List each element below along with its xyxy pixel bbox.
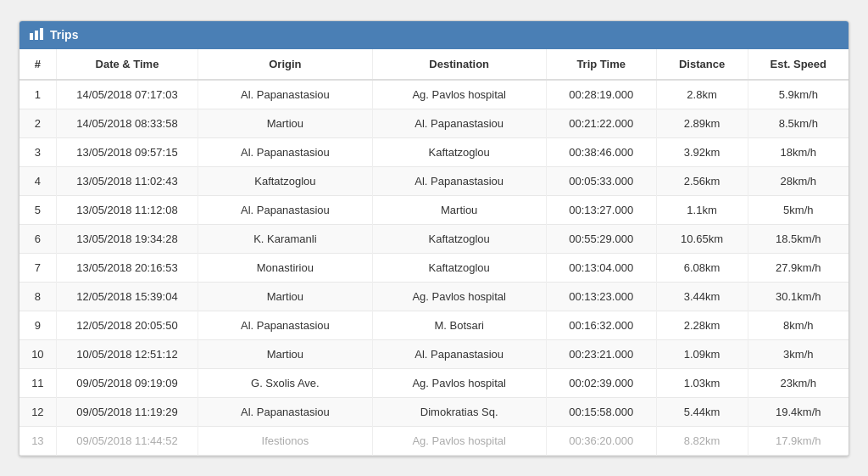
- cell-destination: Martiou: [372, 195, 546, 224]
- table-row: 313/05/2018 09:57:15Al. PapanastasiouKaf…: [19, 137, 849, 166]
- cell-distance: 3.44km: [656, 282, 748, 311]
- cell-origin: G. Sxolis Ave.: [198, 368, 372, 397]
- cell-distance: 2.89km: [656, 109, 748, 137]
- table-row: 1109/05/2018 09:19:09G. Sxolis Ave.Ag. P…: [19, 368, 849, 397]
- cell-distance: 10.65km: [656, 224, 748, 253]
- table-row: 713/05/2018 20:16:53MonastiriouKaftatzog…: [19, 253, 849, 282]
- cell-origin: Ifestionos: [198, 426, 372, 455]
- cell-destination: Ag. Pavlos hospital: [372, 368, 546, 397]
- cell-distance: 3.92km: [656, 137, 748, 166]
- cell-estspeed: 8.5km/h: [748, 109, 849, 137]
- cell-triptime: 00:28:19.000: [546, 80, 656, 109]
- cell-origin: Al. Papanastasiou: [198, 195, 372, 224]
- trips-table: # Date & Time Origin Destination Trip Ti…: [19, 49, 849, 456]
- cell-distance: 1.03km: [656, 368, 748, 397]
- svg-rect-2: [40, 28, 43, 40]
- cell-num: 6: [19, 224, 56, 253]
- table-container[interactable]: # Date & Time Origin Destination Trip Ti…: [19, 49, 849, 456]
- cell-num: 9: [19, 311, 56, 339]
- cell-distance: 1.1km: [656, 195, 748, 224]
- svg-rect-0: [30, 33, 33, 40]
- cell-num: 1: [19, 80, 56, 109]
- cell-num: 7: [19, 253, 56, 282]
- cell-destination: Kaftatzoglou: [372, 137, 546, 166]
- chart-bar-icon: [30, 28, 43, 42]
- table-row: 613/05/2018 19:34:28K. KaramanliKaftatzo…: [19, 224, 849, 253]
- cell-datetime: 14/05/2018 07:17:03: [56, 80, 198, 109]
- cell-destination: Al. Papanastasiou: [372, 109, 546, 137]
- cell-origin: Martiou: [198, 339, 372, 368]
- cell-destination: Ag. Pavlos hospital: [372, 282, 546, 311]
- cell-triptime: 00:55:29.000: [546, 224, 656, 253]
- table-row: 1010/05/2018 12:51:12MartiouAl. Papanast…: [19, 339, 849, 368]
- cell-estspeed: 23km/h: [748, 368, 849, 397]
- table-row: 1309/05/2018 11:44:52IfestionosAg. Pavlo…: [19, 426, 849, 455]
- cell-origin: Al. Papanastasiou: [198, 397, 372, 426]
- cell-datetime: 09/05/2018 11:44:52: [56, 426, 198, 455]
- panel-header: Trips: [19, 21, 849, 49]
- cell-datetime: 13/05/2018 09:57:15: [56, 137, 198, 166]
- cell-origin: Al. Papanastasiou: [198, 137, 372, 166]
- cell-triptime: 00:02:39.000: [546, 368, 656, 397]
- cell-triptime: 00:38:46.000: [546, 137, 656, 166]
- cell-num: 2: [19, 109, 56, 137]
- cell-destination: M. Botsari: [372, 311, 546, 339]
- col-header-destination: Destination: [372, 49, 546, 80]
- table-row: 812/05/2018 15:39:04MartiouAg. Pavlos ho…: [19, 282, 849, 311]
- cell-destination: Ag. Pavlos hospital: [372, 426, 546, 455]
- cell-distance: 2.28km: [656, 311, 748, 339]
- cell-destination: Kaftatzoglou: [372, 224, 546, 253]
- cell-destination: Al. Papanastasiou: [372, 339, 546, 368]
- cell-num: 4: [19, 166, 56, 195]
- cell-distance: 1.09km: [656, 339, 748, 368]
- cell-triptime: 00:16:32.000: [546, 311, 656, 339]
- cell-destination: Al. Papanastasiou: [372, 166, 546, 195]
- cell-origin: Al. Papanastasiou: [198, 80, 372, 109]
- cell-distance: 6.08km: [656, 253, 748, 282]
- cell-datetime: 13/05/2018 19:34:28: [56, 224, 198, 253]
- table-row: 912/05/2018 20:05:50Al. PapanastasiouM. …: [19, 311, 849, 339]
- table-row: 1209/05/2018 11:19:29Al. PapanastasiouDi…: [19, 397, 849, 426]
- cell-num: 12: [19, 397, 56, 426]
- cell-origin: Kaftatzoglou: [198, 166, 372, 195]
- cell-estspeed: 8km/h: [748, 311, 849, 339]
- cell-num: 3: [19, 137, 56, 166]
- cell-datetime: 09/05/2018 11:19:29: [56, 397, 198, 426]
- cell-datetime: 12/05/2018 15:39:04: [56, 282, 198, 311]
- panel-title: Trips: [50, 28, 78, 42]
- cell-datetime: 12/05/2018 20:05:50: [56, 311, 198, 339]
- cell-datetime: 09/05/2018 09:19:09: [56, 368, 198, 397]
- cell-datetime: 14/05/2018 08:33:58: [56, 109, 198, 137]
- cell-origin: K. Karamanli: [198, 224, 372, 253]
- trips-panel: Trips # Date & Time Origin Destination T…: [19, 20, 849, 456]
- cell-estspeed: 17.9km/h: [748, 426, 849, 455]
- cell-triptime: 00:15:58.000: [546, 397, 656, 426]
- cell-distance: 2.8km: [656, 80, 748, 109]
- cell-triptime: 00:21:22.000: [546, 109, 656, 137]
- cell-triptime: 00:36:20.000: [546, 426, 656, 455]
- cell-estspeed: 3km/h: [748, 339, 849, 368]
- cell-estspeed: 19.4km/h: [748, 397, 849, 426]
- col-header-triptime: Trip Time: [546, 49, 656, 80]
- cell-datetime: 13/05/2018 11:02:43: [56, 166, 198, 195]
- cell-estspeed: 28km/h: [748, 166, 849, 195]
- col-header-origin: Origin: [198, 49, 372, 80]
- cell-triptime: 00:13:04.000: [546, 253, 656, 282]
- cell-num: 13: [19, 426, 56, 455]
- cell-estspeed: 18km/h: [748, 137, 849, 166]
- cell-datetime: 13/05/2018 11:12:08: [56, 195, 198, 224]
- table-row: 114/05/2018 07:17:03Al. PapanastasiouAg.…: [19, 80, 849, 109]
- cell-estspeed: 18.5km/h: [748, 224, 849, 253]
- cell-num: 11: [19, 368, 56, 397]
- cell-num: 10: [19, 339, 56, 368]
- cell-num: 8: [19, 282, 56, 311]
- cell-origin: Monastiriou: [198, 253, 372, 282]
- cell-triptime: 00:13:23.000: [546, 282, 656, 311]
- cell-triptime: 00:23:21.000: [546, 339, 656, 368]
- cell-destination: Ag. Pavlos hospital: [372, 80, 546, 109]
- cell-num: 5: [19, 195, 56, 224]
- cell-destination: Kaftatzoglou: [372, 253, 546, 282]
- svg-rect-1: [35, 31, 38, 40]
- cell-datetime: 13/05/2018 20:16:53: [56, 253, 198, 282]
- col-header-datetime: Date & Time: [56, 49, 198, 80]
